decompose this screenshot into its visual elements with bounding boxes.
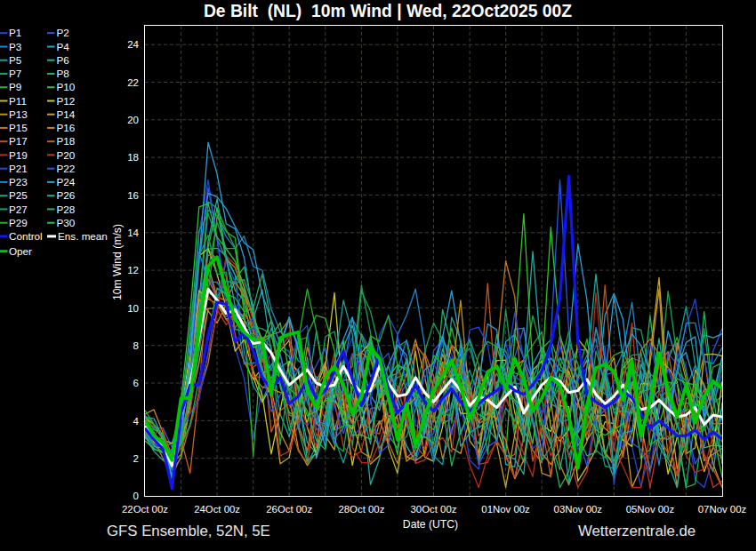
svg-text:P24: P24 [57, 176, 76, 188]
svg-text:P8: P8 [57, 68, 69, 79]
svg-text:Date (UTC): Date (UTC) [403, 518, 458, 531]
svg-text:De Bilt (NL) 10m Wind | Wed,: De Bilt (NL) 10m Wind | Wed, 22Oct2025 0… [204, 2, 572, 20]
svg-text:22Oct 00z: 22Oct 00z [122, 504, 168, 515]
svg-text:P4: P4 [57, 41, 70, 52]
svg-text:03Nov 00z: 03Nov 00z [554, 504, 603, 515]
svg-text:P13: P13 [9, 108, 28, 120]
svg-text:28Oct 00z: 28Oct 00z [338, 504, 384, 515]
svg-text:P6: P6 [57, 54, 69, 66]
svg-text:P15: P15 [9, 122, 28, 133]
svg-text:P7: P7 [9, 68, 21, 79]
svg-text:P27: P27 [9, 204, 28, 215]
svg-text:16: 16 [127, 190, 139, 201]
svg-text:01Nov 00z: 01Nov 00z [481, 504, 530, 515]
svg-text:0: 0 [133, 491, 139, 501]
svg-text:P17: P17 [9, 135, 28, 147]
svg-text:2: 2 [133, 453, 139, 464]
svg-text:P9: P9 [9, 81, 21, 92]
svg-text:Wetterzentrale.de: Wetterzentrale.de [578, 523, 696, 539]
svg-text:Control: Control [9, 230, 43, 242]
svg-text:Ens. mean: Ens. mean [58, 230, 108, 242]
svg-text:P10: P10 [57, 81, 76, 92]
svg-text:P29: P29 [9, 217, 28, 228]
svg-text:26Oct 00z: 26Oct 00z [266, 504, 312, 515]
svg-text:P23: P23 [9, 176, 28, 188]
svg-text:P28: P28 [57, 204, 76, 215]
svg-text:P20: P20 [57, 149, 76, 161]
svg-text:8: 8 [133, 340, 139, 351]
svg-text:6: 6 [133, 378, 139, 388]
svg-text:30Oct 00z: 30Oct 00z [411, 504, 457, 515]
svg-text:20: 20 [127, 115, 139, 125]
svg-text:P25: P25 [9, 189, 28, 201]
svg-text:P18: P18 [57, 135, 76, 147]
svg-text:P14: P14 [57, 108, 76, 120]
svg-text:P12: P12 [57, 95, 76, 107]
svg-text:4: 4 [133, 416, 140, 427]
svg-text:P26: P26 [57, 189, 76, 201]
svg-text:P16: P16 [57, 122, 76, 133]
svg-text:10m Wind (m/s): 10m Wind (m/s) [111, 224, 124, 300]
svg-text:GFS Ensemble, 52N, 5E: GFS Ensemble, 52N, 5E [107, 523, 270, 539]
svg-text:P22: P22 [57, 163, 76, 174]
svg-text:07Nov 00z: 07Nov 00z [698, 504, 747, 515]
svg-text:P1: P1 [9, 27, 21, 38]
svg-text:P19: P19 [9, 149, 28, 161]
svg-text:14: 14 [127, 228, 139, 238]
svg-text:P21: P21 [9, 163, 28, 174]
svg-text:P11: P11 [9, 95, 27, 107]
svg-text:P3: P3 [9, 41, 21, 52]
svg-text:18: 18 [127, 152, 139, 163]
svg-text:05Nov 00z: 05Nov 00z [626, 504, 675, 515]
svg-text:12: 12 [127, 265, 139, 276]
svg-text:24: 24 [127, 39, 139, 50]
svg-text:P30: P30 [57, 217, 76, 228]
svg-text:24Oct 00z: 24Oct 00z [194, 504, 240, 515]
svg-text:P2: P2 [57, 27, 69, 38]
svg-text:Oper: Oper [9, 245, 32, 257]
svg-text:P5: P5 [9, 54, 22, 66]
svg-text:10: 10 [127, 303, 139, 314]
svg-text:22: 22 [127, 77, 139, 88]
